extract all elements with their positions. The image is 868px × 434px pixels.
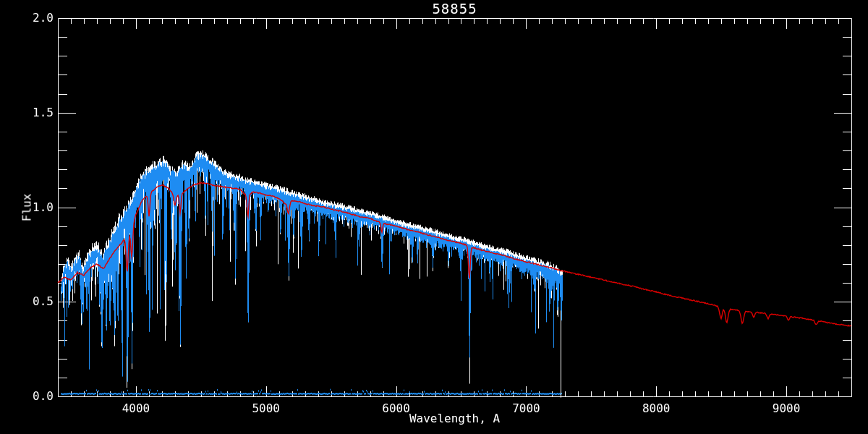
x-tick-label: 6000 xyxy=(370,402,422,415)
x-tick-label: 5000 xyxy=(240,402,292,415)
x-axis-label: Wavelength, A xyxy=(58,412,851,425)
y-tick-label: 0.5 xyxy=(13,295,54,308)
spectrum-plot-window: 58855 Wavelength, A Flux 400050006000700… xyxy=(0,0,868,434)
x-tick-label: 8000 xyxy=(630,402,682,415)
y-tick-label: 1.0 xyxy=(13,201,54,214)
y-tick-label: 1.5 xyxy=(13,106,54,119)
y-tick-label: 0.0 xyxy=(13,390,54,403)
x-tick-label: 9000 xyxy=(760,402,812,415)
spectrum-chart-canvas xyxy=(0,0,868,434)
y-tick-label: 2.0 xyxy=(13,12,54,25)
chart-title: 58855 xyxy=(58,1,851,17)
x-tick-label: 7000 xyxy=(500,402,552,415)
x-tick-label: 4000 xyxy=(110,402,162,415)
